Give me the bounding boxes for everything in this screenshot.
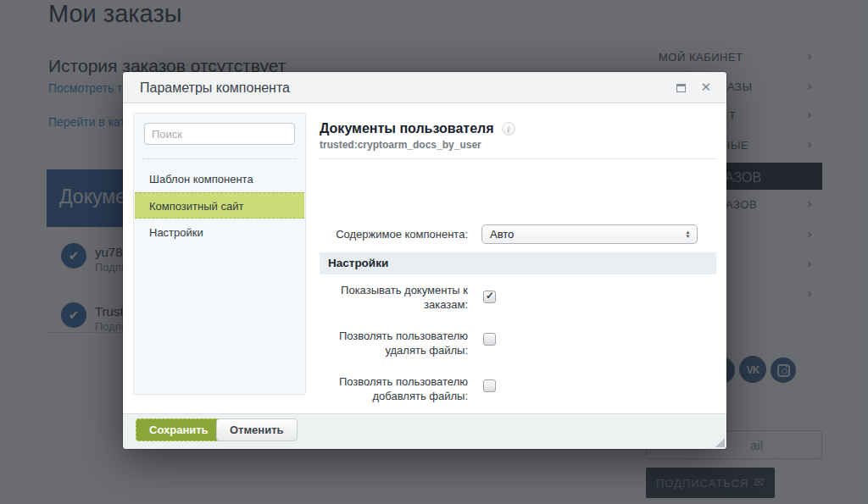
tab-settings[interactable]: Настройки [135,219,304,246]
save-button[interactable]: Сохранить [136,418,222,441]
tab-component-template[interactable]: Шаблон компонента [135,166,304,192]
show-order-docs-checkbox[interactable] [483,291,496,303]
tab-label: Настройки [149,226,203,239]
settings-section-header: Настройки [320,252,716,274]
tab-label: Композитный сайт [149,200,243,213]
tab-composite-site[interactable]: Композитный сайт [135,192,304,219]
component-title: Документы пользователя [320,121,494,136]
modal-title: Параметры компонента [140,72,290,103]
tab-label: Шаблон компонента [149,173,253,186]
modal-left-panel: Шаблон компонента Композитный сайт Настр… [133,113,306,395]
info-icon[interactable]: i [502,122,515,136]
maximize-icon[interactable] [676,84,686,92]
close-icon[interactable] [700,80,711,95]
settings-section-label: Настройки [328,252,388,274]
component-params-modal: Параметры компонента Шаблон компонента К… [123,72,726,449]
search-input[interactable] [144,123,295,145]
content-mode-label: Содержимое компонента: [320,227,468,241]
page-root: Мои заказы История заказов отсутствует П… [0,0,868,504]
panel-divider [142,158,297,159]
select-stepper-icon: ▲▼ [682,227,693,241]
cancel-button[interactable]: Отменить [216,418,298,441]
content-mode-select[interactable]: Авто ▲▼ [481,224,698,244]
modal-header: Параметры компонента [123,72,726,103]
checkbox-label: Позволять пользователю добавлять файлы: [320,374,468,403]
checkbox-label: Позволять пользователю удалять файлы: [320,329,468,357]
checkbox-label: Показывать документы к заказам: [320,283,468,312]
allow-delete-files-checkbox[interactable] [483,333,496,346]
modal-footer: Сохранить Отменить [123,413,726,449]
component-code: trusted:cryptoarm_docs_by_user [320,139,481,151]
allow-add-files-checkbox[interactable] [483,379,496,392]
resize-grip[interactable] [715,438,725,447]
select-value: Авто [490,228,514,241]
content-divider [320,158,716,159]
